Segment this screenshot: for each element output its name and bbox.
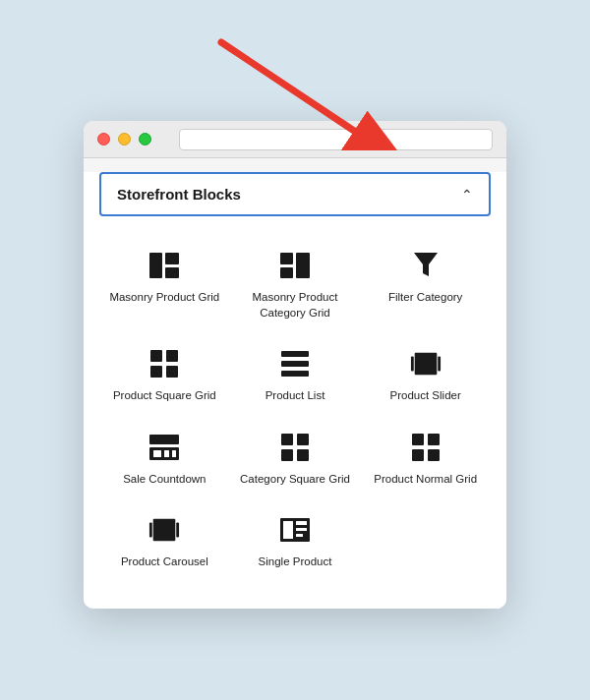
svg-rect-14 (281, 371, 309, 377)
maximize-button[interactable] (139, 133, 151, 146)
svg-rect-12 (281, 351, 309, 357)
svg-rect-16 (411, 357, 414, 372)
masonry-grid-icon (148, 250, 180, 281)
square-grid-icon (148, 348, 180, 379)
window-content: Storefront Blocks ⌃ Masonry Product Grid (84, 172, 506, 608)
block-label-sale-countdown: Sale Countdown (123, 471, 206, 487)
close-button[interactable] (97, 133, 110, 146)
block-label-masonry-product-category-grid: Masonry Product Category Grid (238, 289, 353, 321)
countdown-icon (148, 432, 180, 463)
svg-rect-20 (153, 450, 161, 457)
block-item-product-normal-grid[interactable]: Product Normal Grid (360, 416, 491, 498)
block-item-masonry-product-grid[interactable]: Masonry Product Grid (99, 234, 230, 332)
svg-rect-3 (165, 253, 179, 264)
carousel-icon (148, 514, 180, 546)
svg-rect-8 (150, 350, 162, 362)
svg-rect-18 (149, 435, 179, 444)
block-item-filter-category[interactable]: Filter Category (360, 234, 491, 332)
list-icon (279, 348, 311, 379)
block-item-product-square-grid[interactable]: Product Square Grid (99, 332, 230, 415)
window-wrapper: Storefront Blocks ⌃ Masonry Product Grid (84, 121, 506, 608)
svg-rect-15 (414, 353, 437, 376)
storefront-blocks-title: Storefront Blocks (117, 186, 241, 203)
svg-rect-23 (281, 434, 293, 445)
svg-rect-35 (283, 521, 293, 539)
svg-rect-10 (150, 366, 162, 378)
block-label-product-slider: Product Slider (390, 387, 461, 403)
slider-icon (410, 348, 442, 379)
svg-rect-28 (428, 434, 440, 445)
svg-rect-33 (177, 522, 180, 537)
svg-rect-4 (165, 267, 179, 278)
svg-rect-5 (280, 253, 293, 264)
svg-rect-32 (149, 522, 152, 537)
svg-rect-24 (297, 434, 309, 445)
address-bar[interactable] (179, 129, 493, 150)
svg-rect-13 (281, 361, 309, 367)
block-label-single-product: Single Product (259, 554, 332, 569)
block-label-product-square-grid: Product Square Grid (113, 387, 216, 403)
block-item-product-carousel[interactable]: Product Carousel (99, 498, 230, 581)
svg-rect-29 (412, 449, 424, 461)
svg-rect-25 (281, 449, 293, 461)
svg-rect-38 (296, 534, 303, 537)
svg-rect-30 (428, 449, 440, 461)
block-item-sale-countdown[interactable]: Sale Countdown (99, 416, 230, 498)
svg-rect-17 (438, 357, 441, 372)
block-item-category-square-grid[interactable]: Category Square Grid (230, 416, 361, 498)
svg-rect-36 (296, 521, 307, 525)
svg-rect-6 (280, 267, 293, 278)
single-product-icon (279, 514, 311, 546)
block-item-single-product[interactable]: Single Product (230, 498, 361, 581)
block-label-product-carousel: Product Carousel (121, 554, 208, 569)
block-label-category-square-grid: Category Square Grid (240, 471, 350, 487)
block-item-product-slider[interactable]: Product Slider (360, 332, 491, 415)
svg-rect-22 (172, 450, 176, 457)
browser-window: Storefront Blocks ⌃ Masonry Product Grid (84, 121, 506, 608)
block-label-product-list: Product List (266, 387, 325, 403)
normal-grid-icon (410, 432, 442, 463)
chevron-up-icon: ⌃ (461, 187, 473, 203)
svg-rect-7 (296, 253, 310, 278)
category-square-grid-icon (279, 432, 311, 463)
titlebar (84, 121, 506, 158)
block-label-product-normal-grid: Product Normal Grid (374, 471, 477, 487)
block-item-product-list[interactable]: Product List (230, 332, 361, 415)
block-label-masonry-product-grid: Masonry Product Grid (109, 289, 219, 305)
svg-rect-9 (166, 350, 178, 362)
block-item-masonry-product-category-grid[interactable]: Masonry Product Category Grid (230, 234, 361, 332)
storefront-blocks-dropdown[interactable]: Storefront Blocks ⌃ (99, 172, 491, 216)
svg-rect-26 (297, 449, 309, 461)
blocks-grid: Masonry Product Grid Masonry Product Cat… (99, 226, 491, 588)
svg-rect-21 (164, 450, 169, 457)
masonry-category-grid-icon (279, 250, 311, 281)
svg-rect-27 (412, 434, 424, 445)
svg-rect-37 (296, 528, 307, 531)
svg-rect-31 (153, 518, 176, 541)
block-label-filter-category: Filter Category (388, 289, 462, 305)
filter-icon (410, 250, 442, 281)
svg-rect-11 (166, 366, 178, 378)
svg-rect-2 (149, 253, 162, 278)
svg-line-1 (221, 42, 354, 131)
minimize-button[interactable] (118, 133, 131, 146)
